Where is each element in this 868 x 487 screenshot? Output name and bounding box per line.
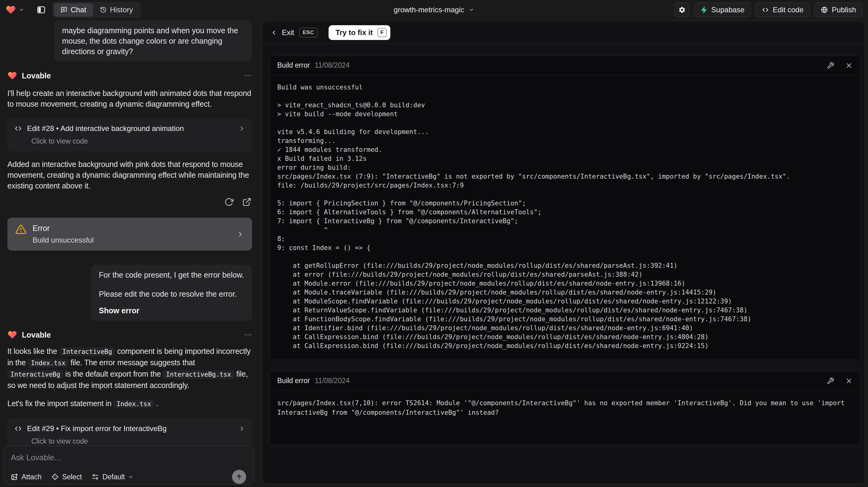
build-error-title: Build error bbox=[277, 377, 310, 385]
lovable-heart-icon bbox=[5, 5, 16, 15]
esc-key-badge: ESC bbox=[299, 28, 317, 37]
arrow-up-icon bbox=[236, 473, 243, 481]
chat-bubble-icon bbox=[61, 6, 67, 13]
assistant-name: Lovable bbox=[22, 331, 51, 339]
build-error-date: 11/08/2024 bbox=[315, 377, 349, 385]
chevron-right-icon bbox=[237, 231, 244, 238]
edit-card-title: Edit #29 • Fix import error for Interact… bbox=[27, 424, 166, 433]
chat-composer[interactable]: Ask Lovable... Attach Select Default bbox=[3, 446, 254, 485]
chevron-right-icon bbox=[239, 425, 245, 432]
sidebar-toggle-button[interactable] bbox=[37, 5, 46, 14]
restore-button[interactable] bbox=[224, 197, 234, 207]
close-icon bbox=[845, 377, 852, 385]
edit-code-button[interactable]: Edit code bbox=[755, 2, 810, 17]
supabase-label: Supabase bbox=[711, 5, 744, 14]
chevron-left-icon bbox=[271, 30, 277, 36]
assistant-message-header: Lovable bbox=[7, 330, 252, 340]
warning-triangle-icon bbox=[16, 224, 26, 235]
globe-icon bbox=[821, 6, 828, 13]
supabase-button[interactable]: Supabase bbox=[694, 2, 751, 17]
wrench-icon bbox=[827, 62, 834, 69]
build-error-card-1: Build error 11/08/2024 Build was un bbox=[270, 56, 860, 360]
user-message: For the code present, I get the error be… bbox=[91, 265, 252, 321]
error-panel-body: Build error 11/08/2024 Build was un bbox=[262, 44, 865, 445]
show-error-link[interactable]: Show error bbox=[99, 305, 244, 316]
ellipsis-icon bbox=[244, 331, 252, 339]
select-label: Select bbox=[62, 473, 82, 481]
project-switcher[interactable]: growth-metrics-magic bbox=[394, 0, 474, 20]
exit-label: Exit bbox=[282, 28, 294, 37]
edit-card-title: Edit #28 • Add interactive background an… bbox=[27, 124, 184, 133]
assistant-intro-text: I'll help create an interactive backgrou… bbox=[7, 88, 252, 110]
target-icon bbox=[51, 473, 59, 481]
close-error-button[interactable] bbox=[845, 377, 852, 385]
fix-error-button[interactable] bbox=[827, 62, 834, 69]
close-icon bbox=[845, 62, 852, 69]
user-message-text: maybe diagramming points and when you mo… bbox=[62, 25, 244, 57]
wrench-icon bbox=[827, 377, 834, 385]
code-brackets-icon bbox=[14, 425, 22, 433]
message-menu-button[interactable] bbox=[244, 331, 252, 339]
image-attach-icon bbox=[11, 473, 18, 481]
lovable-logo-menu[interactable] bbox=[5, 5, 24, 15]
fix-error-button[interactable] bbox=[827, 377, 834, 385]
build-error-date: 11/08/2024 bbox=[315, 61, 349, 69]
panel-left-icon bbox=[37, 5, 46, 14]
user-message-text: Please edit the code to resolve the erro… bbox=[99, 289, 244, 299]
settings-button[interactable] bbox=[675, 2, 689, 17]
assistant-summary-text: Added an interactive background with pin… bbox=[7, 159, 252, 191]
code-brackets-icon bbox=[14, 124, 22, 132]
build-error-card-2: Build error 11/08/2024 src/pages/In bbox=[270, 371, 860, 445]
attach-label: Attach bbox=[22, 473, 41, 481]
error-overlay-panel: Exit ESC Try to fix it F Build error 11/… bbox=[262, 21, 865, 484]
mode-label: Default bbox=[102, 473, 125, 481]
history-icon bbox=[100, 6, 107, 13]
chevron-down-icon bbox=[19, 7, 24, 12]
mode-dropdown[interactable]: Default bbox=[92, 473, 133, 481]
lovable-heart-icon bbox=[7, 330, 17, 340]
tab-history[interactable]: History bbox=[93, 3, 140, 17]
chat-panel: maybe diagramming points and when you mo… bbox=[0, 20, 260, 487]
exit-button[interactable]: Exit bbox=[271, 28, 294, 37]
message-menu-button[interactable] bbox=[244, 72, 252, 80]
build-error-title: Build error bbox=[277, 61, 310, 69]
user-message-text: For the code present, I get the error be… bbox=[99, 270, 244, 280]
project-name: growth-metrics-magic bbox=[394, 5, 464, 14]
edit-card-28[interactable]: Edit #28 • Add interactive background an… bbox=[7, 118, 252, 152]
build-error-log: src/pages/Index.tsx(7,10): error TS2614:… bbox=[270, 391, 860, 445]
build-error-log: Build was unsuccessful > vite_react_shad… bbox=[270, 75, 860, 360]
select-element-button[interactable]: Select bbox=[51, 473, 82, 481]
refresh-icon bbox=[224, 197, 234, 207]
chevron-down-icon bbox=[469, 7, 474, 12]
error-card-title: Error bbox=[33, 224, 94, 233]
publish-button[interactable]: Publish bbox=[814, 2, 863, 17]
try-to-fix-button[interactable]: Try to fix it F bbox=[329, 25, 390, 40]
external-link-icon bbox=[242, 197, 251, 207]
error-card-selected[interactable]: Error Build unsuccessful bbox=[7, 218, 252, 250]
send-button[interactable] bbox=[232, 470, 246, 484]
error-card-subtitle: Build unsuccessful bbox=[33, 236, 94, 244]
assistant-fix-text-2: Let's fix the import statement in Index.… bbox=[7, 398, 252, 409]
publish-label: Publish bbox=[832, 5, 856, 14]
attach-button[interactable]: Attach bbox=[11, 473, 41, 481]
try-to-fix-label: Try to fix it bbox=[335, 28, 373, 37]
sliders-icon bbox=[92, 473, 99, 481]
assistant-fix-text: It looks like the InteractiveBg componen… bbox=[7, 346, 252, 391]
assistant-name: Lovable bbox=[22, 71, 51, 80]
topbar: Chat History growth-metrics-magic Supaba… bbox=[0, 0, 868, 20]
tab-chat-label: Chat bbox=[71, 5, 86, 14]
edit-code-label: Edit code bbox=[773, 5, 803, 14]
lovable-heart-icon bbox=[7, 71, 17, 81]
supabase-bolt-icon bbox=[700, 6, 708, 13]
code-brackets-icon bbox=[762, 6, 769, 13]
chat-history-segmented-control: Chat History bbox=[53, 2, 141, 18]
chat-input[interactable]: Ask Lovable... bbox=[11, 453, 246, 462]
user-message: maybe diagramming points and when you mo… bbox=[54, 20, 252, 61]
message-actions bbox=[7, 197, 252, 207]
close-error-button[interactable] bbox=[845, 62, 852, 69]
topbar-actions: Supabase Edit code Publish bbox=[675, 2, 863, 17]
gear-icon bbox=[678, 6, 686, 13]
tab-chat[interactable]: Chat bbox=[54, 3, 93, 17]
open-preview-button[interactable] bbox=[242, 197, 251, 207]
chevron-right-icon bbox=[239, 125, 245, 132]
